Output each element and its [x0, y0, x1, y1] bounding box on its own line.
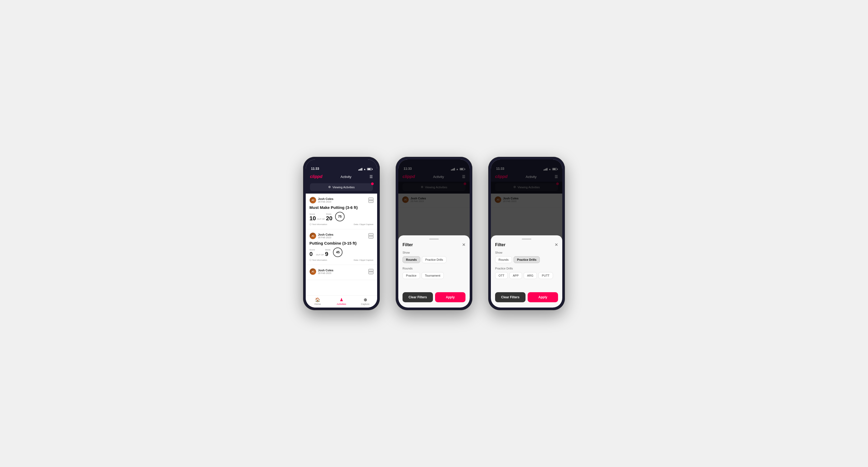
putt-chip-3[interactable]: PUTT: [538, 272, 553, 279]
show-section-2: Show Rounds Practice Drills: [403, 251, 465, 263]
activity-title-2: Putting Combine (3-15 ft): [309, 241, 373, 245]
logo-1: clippd: [310, 174, 322, 179]
user-date-2: 28 Feb 2023: [318, 236, 334, 239]
practice-chips-3: OTT APP ARG PUTT: [495, 272, 558, 279]
phone-1: 11:33 ▲ clippd Activity: [303, 157, 380, 310]
show-section-3: Show Rounds Practice Drills: [495, 251, 558, 263]
practice-section-3: Practice Drills OTT APP ARG PUTT: [495, 267, 558, 279]
phone-3: 11:33 ▲ clippd Activity: [488, 157, 565, 310]
wifi-icon: ▲: [363, 168, 366, 170]
modal-handle-2: [429, 239, 439, 240]
rounds-section-label-2: Rounds: [403, 267, 465, 270]
data-label-1: Data: Clippd Capture: [353, 223, 373, 225]
clear-filters-btn-3[interactable]: Clear Filters: [495, 292, 526, 302]
battery-icon: [367, 168, 372, 170]
modal-handle-3: [522, 239, 531, 240]
practice-round-chip-2[interactable]: Practice: [403, 272, 420, 279]
stats-row-1: Score 10 OUT OF Shots 20 75: [309, 212, 373, 221]
filter-icon-1: ⚙: [328, 185, 331, 189]
user-info-1: JC Josh Coles 28 Feb 2023: [309, 197, 334, 204]
data-label-2: Data: Clippd Capture: [353, 259, 373, 261]
activity-list-1: JC Josh Coles 28 Feb 2023 ••• Must Make …: [306, 193, 377, 295]
practice-section-label-3: Practice Drills: [495, 267, 558, 270]
filter-title-2: Filter: [403, 243, 413, 247]
user-details-1: Josh Coles 28 Feb 2023: [318, 197, 334, 203]
nav-item-capture-1[interactable]: ⊕ Capture: [353, 297, 377, 305]
more-options-btn-2[interactable]: •••: [368, 233, 373, 239]
nav-title-1: Activity: [340, 175, 351, 179]
menu-icon-1[interactable]: ☰: [369, 175, 373, 179]
user-info-2: JC Josh Coles 28 Feb 2023: [309, 232, 334, 239]
filter-overlay-3: Filter ✕ Show Rounds Practice Drills Pra…: [491, 159, 562, 308]
phone-2: 11:33 ▲ clippd Activity: [396, 157, 472, 310]
spacer-2: [403, 283, 465, 288]
show-chips-3: Rounds Practice Drills: [495, 256, 558, 263]
shot-quality-value-1: 75: [338, 215, 341, 218]
status-icons-1: ▲: [359, 168, 372, 170]
arg-chip-3[interactable]: ARG: [524, 272, 537, 279]
phones-container: 11:33 ▲ clippd Activity: [303, 157, 565, 310]
nav-bar-1: clippd Activity ☰: [306, 172, 377, 182]
practice-drills-chip-3[interactable]: Practice Drills: [514, 256, 540, 263]
tournament-chip-2[interactable]: Tournament: [422, 272, 444, 279]
home-icon-1: 🏠: [315, 297, 320, 302]
activities-label-1: Activities: [337, 303, 346, 305]
status-time-1: 11:33: [311, 167, 319, 170]
phone-1-screen: 11:33 ▲ clippd Activity: [306, 159, 377, 308]
app-chip-3[interactable]: APP: [509, 272, 522, 279]
shots-group-2: Shots 9: [325, 249, 330, 257]
apply-btn-3[interactable]: Apply: [528, 292, 558, 302]
user-details-3: Josh Coles 28 Feb 2023: [318, 269, 334, 275]
filter-modal-3: Filter ✕ Show Rounds Practice Drills Pra…: [491, 235, 562, 308]
rounds-chip-2[interactable]: Rounds: [403, 256, 420, 263]
filter-overlay-2: Filter ✕ Show Rounds Practice Drills Rou…: [398, 159, 470, 308]
card-header-2: JC Josh Coles 28 Feb 2023 •••: [309, 232, 373, 239]
bottom-nav-1: 🏠 Home ♟ Activities ⊕ Capture: [306, 295, 377, 308]
user-name-2: Josh Coles: [318, 233, 334, 236]
activity-card-3: JC Josh Coles 28 Feb 2023 •••: [306, 265, 377, 280]
phone-2-screen: 11:33 ▲ clippd Activity: [398, 159, 470, 308]
out-of-1: OUT OF: [317, 218, 325, 221]
shots-value-2: 9: [325, 251, 330, 257]
practice-drills-chip-2[interactable]: Practice Drills: [422, 256, 446, 263]
more-options-btn-1[interactable]: •••: [368, 197, 373, 203]
nav-item-home-1[interactable]: 🏠 Home: [306, 297, 330, 305]
avatar-3: JC: [309, 268, 316, 275]
modal-header-2: Filter ✕: [403, 242, 465, 247]
rounds-section-2: Rounds Practice Tournament: [403, 267, 465, 279]
info-label-2: ⓘ Test Information: [309, 259, 327, 261]
apply-btn-2[interactable]: Apply: [435, 292, 465, 302]
rounds-chip-3[interactable]: Rounds: [495, 256, 512, 263]
card-footer-1: ⓘ Test Information Data: Clippd Capture: [309, 223, 373, 226]
viewing-activities-bar-1: ⚙ Viewing Activities: [306, 182, 377, 193]
activity-title-1: Must Make Putting (3-6 ft): [309, 205, 373, 210]
user-date-1: 28 Feb 2023: [318, 200, 334, 203]
modal-footer-3: Clear Filters Apply: [495, 288, 558, 302]
more-options-btn-3[interactable]: •••: [368, 269, 373, 274]
capture-icon-1: ⊕: [364, 297, 367, 302]
avatar-2: JC: [309, 232, 316, 239]
score-group-2: Score 0: [309, 249, 315, 257]
filter-title-3: Filter: [495, 243, 505, 247]
filter-modal-2: Filter ✕ Show Rounds Practice Drills Rou…: [398, 235, 470, 308]
user-date-3: 28 Feb 2023: [318, 272, 334, 275]
close-button-3[interactable]: ✕: [555, 242, 558, 247]
viewing-activities-button-1[interactable]: ⚙ Viewing Activities: [310, 183, 373, 191]
clear-filters-btn-2[interactable]: Clear Filters: [403, 292, 433, 302]
card-footer-2: ⓘ Test Information Data: Clippd Capture: [309, 259, 373, 261]
signal-icon: [359, 168, 362, 170]
stats-row-2: Score 0 OUT OF Shots 9 45: [309, 248, 373, 257]
nav-item-activities-1[interactable]: ♟ Activities: [330, 297, 353, 305]
close-button-2[interactable]: ✕: [462, 242, 465, 247]
ott-chip-3[interactable]: OTT: [495, 272, 508, 279]
show-label-2: Show: [403, 251, 465, 254]
shots-group-1: Shots 20: [326, 213, 333, 221]
avatar-1: JC: [309, 197, 316, 204]
user-name-3: Josh Coles: [318, 269, 334, 272]
user-name-1: Josh Coles: [318, 197, 334, 200]
home-label-1: Home: [314, 303, 321, 305]
shot-quality-badge-2: 45: [333, 248, 342, 257]
modal-header-3: Filter ✕: [495, 242, 558, 247]
spacer-3: [495, 283, 558, 288]
rounds-chips-2: Practice Tournament: [403, 272, 465, 279]
